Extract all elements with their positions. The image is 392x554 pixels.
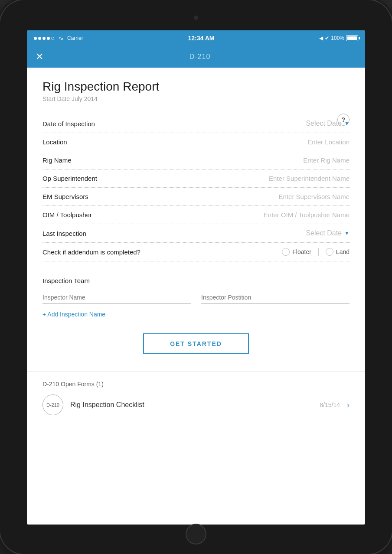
status-bar: ∿ Carrier 12:34 AM ◀ ✔ 100%: [27, 30, 365, 46]
inspector-position-input[interactable]: [201, 291, 350, 304]
battery-percent: 100%: [331, 35, 344, 41]
field-label-date: Date of Inspection: [42, 120, 95, 127]
rig-name-input[interactable]: Enter Rig Name: [303, 156, 350, 164]
field-oim-toolpusher: OIM / Toolpusher Enter OIM / Toolpusher …: [42, 206, 350, 224]
location-icon: ◀: [319, 35, 323, 41]
date-select-value: Select Date: [306, 120, 342, 127]
inspector-name-input[interactable]: [42, 291, 191, 304]
dot-2: [38, 37, 41, 40]
status-right: ◀ ✔ 100%: [319, 35, 358, 41]
wifi-icon: ∿: [59, 35, 64, 42]
last-inspection-select[interactable]: Select Date ▼: [306, 229, 350, 237]
form-item[interactable]: D-210 Rig Inspection Checklist 8/15/14 ›: [42, 394, 350, 415]
team-title: Inspection Team: [42, 277, 350, 284]
form-badge: D-210: [42, 394, 63, 415]
get-started-button[interactable]: GET STARTED: [143, 333, 249, 354]
location-input[interactable]: Enter Location: [307, 138, 350, 146]
close-button[interactable]: ✕: [36, 52, 43, 62]
page-title: Rig Inspection Report: [42, 80, 350, 94]
content: Rig Inspection Report Start Date July 20…: [27, 68, 365, 525]
field-label-location: Location: [42, 138, 67, 146]
radio-floater[interactable]: Floater: [282, 248, 311, 256]
nav-bar: ✕ D-210: [27, 46, 365, 68]
field-location: Location Enter Location: [42, 133, 350, 151]
open-forms-section: D-210 Open Forms (1) D-210 Rig Inspectio…: [27, 372, 365, 424]
form-name: Rig Inspection Checklist: [70, 401, 313, 409]
oim-input[interactable]: Enter OIM / Toolpusher Name: [264, 211, 350, 218]
battery-fill: [347, 36, 357, 40]
field-label-rig-name: Rig Name: [42, 156, 72, 164]
time-label: 12:34 AM: [188, 35, 215, 42]
radio-circle-land: [326, 248, 333, 256]
form-info: Rig Inspection Checklist: [70, 401, 313, 409]
battery-bar: [346, 35, 358, 41]
field-rig-name: Rig Name Enter Rig Name: [42, 151, 350, 169]
op-super-input[interactable]: Enter Superintendent Name: [269, 175, 350, 182]
chevron-down-icon: ▼: [344, 121, 350, 127]
radio-divider: [318, 248, 319, 256]
addendum-radio-group: Floater Land: [282, 248, 350, 256]
last-inspection-value: Select Date: [306, 229, 342, 237]
inspector-row: [42, 291, 350, 304]
carrier-label: Carrier: [67, 35, 83, 41]
last-inspection-chevron-icon: ▼: [344, 230, 350, 236]
screen: ∿ Carrier 12:34 AM ◀ ✔ 100% ✕ D-210 Rig …: [27, 30, 365, 525]
dot-4: [47, 37, 50, 40]
field-em-supervisors: EM Supervisors Enter Supervisors Name: [42, 188, 350, 206]
form-wrapper: Rig Inspection Report Start Date July 20…: [27, 68, 365, 424]
dot-5: [51, 37, 54, 40]
field-last-inspection: Last Inspection Select Date ▼: [42, 224, 350, 243]
radio-label-floater: Floater: [292, 248, 311, 255]
status-left: ∿ Carrier: [34, 35, 83, 42]
signal-dots: [34, 37, 54, 40]
field-label-oim: OIM / Toolpusher: [42, 211, 92, 218]
field-date-of-inspection: Date of Inspection Select Date ▼: [42, 114, 350, 133]
get-started-section: GET STARTED: [27, 326, 365, 368]
radio-land[interactable]: Land: [326, 248, 350, 256]
radio-label-land: Land: [336, 248, 350, 255]
form-date: 8/15/14: [320, 401, 340, 408]
field-label-addendum: Check if addendum is completed?: [42, 248, 140, 256]
form-chevron-icon: ›: [347, 401, 350, 410]
camera: [194, 16, 198, 20]
date-select-trigger[interactable]: Select Date ▼: [306, 120, 350, 127]
dot-1: [34, 37, 37, 40]
home-button[interactable]: [186, 524, 206, 544]
field-label-last-inspection: Last Inspection: [42, 230, 86, 237]
page-subtitle: Start Date July 2014: [42, 95, 350, 102]
form-section: Rig Inspection Report Start Date July 20…: [27, 68, 365, 270]
radio-circle-floater: [282, 248, 290, 256]
add-inspection-name-button[interactable]: + Add Inspection Name: [42, 311, 350, 318]
open-forms-title: D-210 Open Forms (1): [42, 381, 350, 388]
field-op-superintendent: Op Superintendent Enter Superintendent N…: [42, 169, 350, 188]
field-label-em-super: EM Supervisors: [42, 193, 88, 200]
em-super-input[interactable]: Enter Supervisors Name: [279, 193, 350, 200]
inspection-team-section: Inspection Team + Add Inspection Name: [27, 270, 365, 318]
dot-3: [42, 37, 46, 40]
field-addendum: Check if addendum is completed? Floater …: [42, 243, 350, 261]
device: ∿ Carrier 12:34 AM ◀ ✔ 100% ✕ D-210 Rig …: [0, 0, 392, 554]
bluetooth-icon: ✔: [325, 35, 329, 41]
field-label-op-super: Op Superintendent: [42, 175, 97, 182]
nav-title: D-210: [43, 53, 356, 61]
